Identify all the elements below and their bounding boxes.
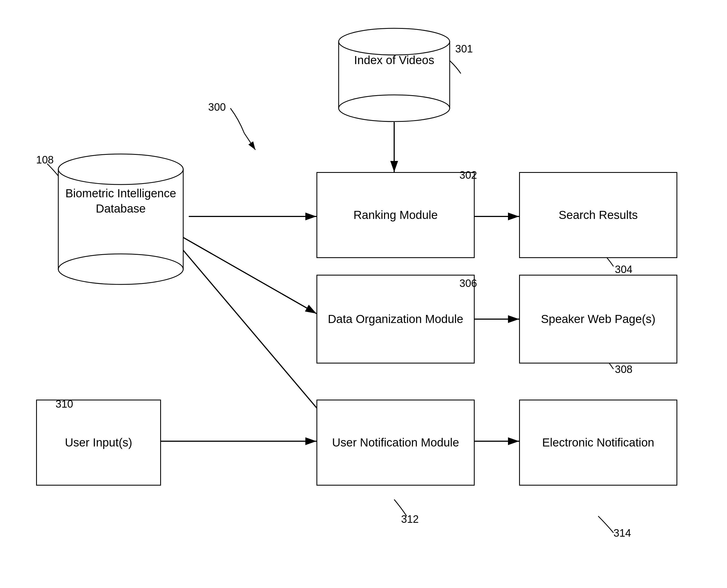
svg-line-10 bbox=[244, 133, 255, 150]
search-results-label: Search Results bbox=[559, 208, 638, 223]
user-notification-node: User Notification Module bbox=[316, 400, 475, 486]
ref-314: 314 bbox=[614, 527, 631, 539]
ref-304: 304 bbox=[615, 264, 632, 276]
user-inputs-label: User Input(s) bbox=[65, 435, 132, 450]
ref-308: 308 bbox=[615, 363, 632, 375]
electronic-notification-node: Electronic Notification bbox=[519, 400, 677, 486]
data-org-module-label: Data Organization Module bbox=[328, 312, 463, 327]
user-inputs-node: User Input(s) bbox=[36, 400, 161, 486]
ranking-module-label: Ranking Module bbox=[353, 208, 438, 223]
user-notification-label: User Notification Module bbox=[332, 435, 459, 450]
svg-point-13 bbox=[58, 154, 183, 185]
svg-point-15 bbox=[339, 95, 450, 122]
ref-312: 312 bbox=[401, 513, 419, 525]
diagram-container: Biometric Intelligence Database Index of… bbox=[0, 0, 727, 588]
index-videos-node: Index of Videos bbox=[333, 22, 455, 128]
ranking-module-node: Ranking Module bbox=[316, 172, 475, 258]
svg-line-7 bbox=[181, 247, 333, 427]
index-videos-label: Index of Videos bbox=[333, 53, 455, 68]
ref-302: 302 bbox=[459, 169, 477, 181]
svg-line-5 bbox=[181, 236, 316, 314]
search-results-node: Search Results bbox=[519, 172, 677, 258]
svg-point-16 bbox=[339, 28, 450, 55]
ref-300: 300 bbox=[208, 101, 226, 113]
electronic-notification-label: Electronic Notification bbox=[542, 435, 654, 450]
speaker-web-node: Speaker Web Page(s) bbox=[519, 275, 677, 363]
biometric-db-node: Biometric Intelligence Database bbox=[53, 147, 189, 291]
data-org-module-node: Data Organization Module bbox=[316, 275, 475, 363]
ref-306: 306 bbox=[459, 277, 477, 289]
biometric-db-label: Biometric Intelligence Database bbox=[53, 186, 189, 216]
ref-301: 301 bbox=[455, 43, 473, 55]
ref-108: 108 bbox=[36, 154, 54, 166]
svg-point-12 bbox=[58, 254, 183, 285]
ref-310: 310 bbox=[56, 398, 73, 410]
speaker-web-label: Speaker Web Page(s) bbox=[541, 312, 656, 327]
